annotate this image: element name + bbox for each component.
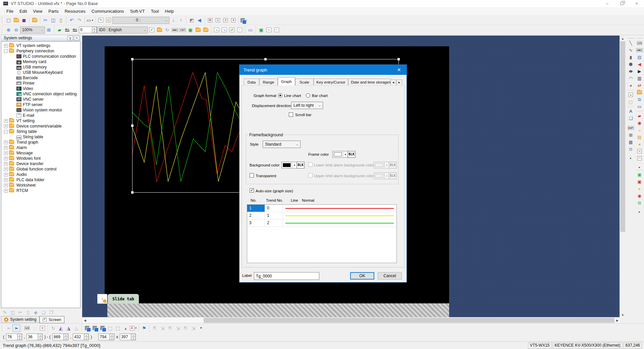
ok-button[interactable]: OK: [350, 272, 374, 280]
bar-chart-radio[interactable]: [306, 93, 310, 98]
panel-tab-screen[interactable]: Screen: [40, 316, 64, 323]
folder-option-icon[interactable]: [156, 26, 163, 34]
snap3-icon[interactable]: ⇱: [166, 325, 174, 332]
dialog-tab-scale[interactable]: Scale: [295, 79, 314, 86]
panel-close-icon[interactable]: ×: [74, 36, 79, 40]
tree-item-e-mail[interactable]: E-mail: [1, 113, 80, 118]
panel-tab-system-setting[interactable]: System setting: [1, 316, 40, 323]
multi-select-icon[interactable]: ➣: [5, 325, 12, 332]
ellipse-tool-icon[interactable]: ⬬: [627, 68, 635, 75]
snap4-icon[interactable]: ⇲: [174, 325, 182, 332]
line-chart-radio[interactable]: [278, 93, 282, 98]
order-icon[interactable]: ▴: [122, 325, 129, 332]
pie-chart-icon[interactable]: ◕: [636, 141, 643, 148]
scroll-bar-checkbox[interactable]: [289, 112, 293, 117]
tree-item-video[interactable]: Video: [1, 86, 80, 91]
expander-icon[interactable]: +: [4, 184, 8, 187]
anchor-icon[interactable]: ⚑: [140, 325, 148, 332]
document-display-icon[interactable]: ▤: [636, 54, 643, 61]
simulator-icon[interactable]: ▣: [257, 26, 265, 34]
monitor-play-icon[interactable]: ▭: [636, 103, 643, 110]
cancel-button[interactable]: Cancel: [378, 272, 402, 280]
snap5-icon[interactable]: ⇱: [182, 325, 190, 332]
tree-item-ftp-server[interactable]: FTP server: [1, 102, 80, 107]
transfer-to-vt-icon[interactable]: ↘: [213, 26, 220, 34]
expander-icon[interactable]: +: [4, 119, 8, 123]
zoom-out-icon[interactable]: ⊖: [12, 26, 20, 34]
tree-item-vt-setting[interactable]: +VT setting: [1, 118, 80, 123]
all-pages-icon[interactable]: ALL: [71, 26, 79, 34]
minimize-button[interactable]: –: [600, 0, 614, 7]
edit-screen-icon[interactable]: ✎: [97, 16, 105, 24]
tree-item-usb-memory[interactable]: USBUSB memory: [1, 64, 80, 70]
trend-row-2[interactable]: 21: [247, 212, 396, 219]
dxf-tool-icon[interactable]: DXF: [627, 124, 635, 132]
menu-parts[interactable]: Parts: [45, 7, 61, 15]
video-part-icon[interactable]: ▶: [636, 68, 643, 75]
pin-icon[interactable]: ┰: [67, 36, 73, 40]
frame-color-blk-button[interactable]: BLK: [347, 151, 356, 158]
cut-icon[interactable]: ✂: [42, 16, 49, 24]
group-icon[interactable]: ⬚: [106, 325, 114, 332]
tree-item-vnc-connection-object-setting[interactable]: VNC connection object setting: [1, 91, 80, 97]
tree-item-vision-system-monitor[interactable]: Vision system monitor: [1, 107, 80, 113]
menu-tool[interactable]: Tool: [148, 7, 162, 15]
dialog-tab-key[interactable]: Key entry/Cursor: [314, 79, 348, 86]
tree-item-barcode[interactable]: Barcode: [1, 75, 80, 81]
sound-icon[interactable]: ◀: [636, 61, 643, 68]
text-display-icon[interactable]: ABC: [636, 47, 643, 54]
numeric-display-icon[interactable]: 123: [636, 40, 643, 47]
dial-icon[interactable]: ◉: [636, 119, 643, 127]
transfer-from-vt-icon[interactable]: ↘: [220, 26, 228, 34]
canvas-horizontal-scrollbar[interactable]: ◀ ▶: [82, 317, 620, 323]
tree-item-trend-graph[interactable]: +Trend graph: [1, 140, 80, 145]
monitor-icon[interactable]: ▭: [247, 26, 254, 34]
dialog-tab-data[interactable]: Data: [244, 79, 259, 86]
remote-monitor-icon[interactable]: ⧉: [636, 96, 643, 103]
tree-item-string-table[interactable]: -String table: [1, 129, 80, 134]
expander-icon[interactable]: +: [4, 146, 8, 150]
id-display-icon[interactable]: 123: [23, 325, 31, 332]
background-color-blk-button[interactable]: BLK: [297, 162, 305, 168]
select-cursor-icon[interactable]: ➣: [12, 325, 20, 332]
keyboard-icon[interactable]: ▤: [105, 16, 112, 24]
table-tool-icon[interactable]: ▦: [627, 139, 635, 146]
back-icon[interactable]: ◀: [196, 16, 203, 24]
zoom-level-select[interactable]: 100%⌄: [20, 27, 45, 34]
upload-icon[interactable]: ↑: [236, 26, 244, 34]
transfer-part-icon[interactable]: ⇄: [636, 82, 643, 89]
stack-chart-icon[interactable]: ▤: [636, 134, 643, 141]
auto-size-checkbox[interactable]: [250, 188, 254, 193]
device-connect-icon[interactable]: ▰: [56, 26, 63, 34]
snap1-icon[interactable]: ⇱: [151, 325, 159, 332]
tree-item-device-transfer[interactable]: +Device transfer: [1, 161, 80, 166]
grid-icon[interactable]: ⊞: [45, 26, 53, 34]
panel-copy-icon[interactable]: ◫: [9, 309, 16, 316]
tree-item-printer[interactable]: Printer: [1, 81, 80, 86]
trend-row-1[interactable]: 10: [247, 205, 396, 212]
tab-scroll-right-icon[interactable]: ▶: [396, 80, 402, 86]
new-file-icon[interactable]: ▢: [5, 16, 12, 24]
dialog-title-bar[interactable]: Trend graph ✕: [239, 65, 407, 75]
gray-dots-icon[interactable]: ◌: [31, 325, 39, 332]
scroll-left-icon[interactable]: ◀: [82, 317, 88, 323]
trend-row-3[interactable]: 32: [247, 219, 396, 227]
restore-button[interactable]: [614, 0, 629, 7]
menu-edit[interactable]: Edit: [16, 7, 30, 15]
coord-field-2[interactable]: 869▲▼: [52, 334, 68, 340]
window-3-icon[interactable]: 3: [229, 16, 237, 24]
panel-import-icon[interactable]: ❏: [40, 309, 47, 316]
abc-part-icon[interactable]: ABC: [171, 26, 179, 34]
tree-item-plc-communication-condition[interactable]: PLC communication condition: [1, 54, 80, 59]
tree-item-vt-system-settings[interactable]: +VT system settings: [1, 43, 80, 48]
text-tool-icon[interactable]: A: [627, 108, 635, 115]
panel-cut-icon[interactable]: ✂: [16, 309, 24, 316]
frame-color-select[interactable]: ▼: [332, 151, 348, 158]
more-col1-icon[interactable]: ▸: [627, 153, 635, 160]
coord-field-1[interactable]: 36▲▼: [26, 334, 43, 340]
coord-field-3[interactable]: 432▲▼: [73, 334, 89, 340]
ungroup-icon[interactable]: ⬚: [114, 325, 122, 332]
dialog-tab-graph[interactable]: Graph: [278, 77, 295, 86]
menu-view[interactable]: View: [30, 7, 45, 15]
menu-communications[interactable]: Communications: [89, 7, 127, 15]
